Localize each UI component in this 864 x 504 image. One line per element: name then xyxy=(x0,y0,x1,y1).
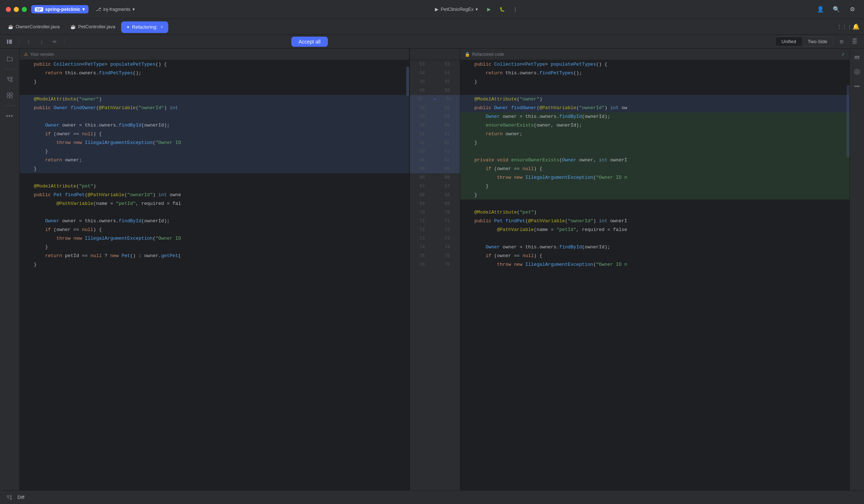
diff-settings-button[interactable]: ⚙ xyxy=(836,37,847,47)
svg-rect-5 xyxy=(7,93,9,95)
navigate-down-button[interactable]: ↓ xyxy=(37,37,47,47)
right-code-area[interactable]: public Collection<PetType> populatePetTy… xyxy=(460,60,850,490)
line-content-53: public Collection<PetType> populatePetTy… xyxy=(20,60,406,69)
ai-assistant-icon[interactable] xyxy=(851,66,863,78)
branch-icon: ⎇ xyxy=(96,7,101,12)
tab-owner-controller[interactable]: ☕ OwnerController.java xyxy=(3,20,65,33)
gutter-left-75: 75 xyxy=(410,253,435,259)
close-icon[interactable]: ✕ xyxy=(160,25,163,29)
gutter-left-70: 70 xyxy=(410,210,435,215)
left-code-area[interactable]: public Collection<PetType> populatePetTy… xyxy=(20,60,409,490)
gutter-right-58: 58 xyxy=(435,106,460,111)
center-gutter-header xyxy=(410,49,460,60)
gutter-line-73: 73 73 xyxy=(410,234,460,243)
tab-refactoring[interactable]: ✦ Refactoring: ✕ xyxy=(121,21,168,33)
right-code-line-57: @ModelAttribute("owner") xyxy=(460,95,850,104)
gear-icon: ⚙ xyxy=(839,39,844,45)
project-selector[interactable]: SP spring-petclinic ▾ xyxy=(31,5,89,13)
sidebar-grid-icon[interactable] xyxy=(3,88,17,103)
notifications-button[interactable]: 🔔 xyxy=(851,22,861,32)
right-line-content-56 xyxy=(460,86,847,95)
bottombar: Diff xyxy=(0,490,864,504)
tab-label: Refactoring: xyxy=(132,24,157,30)
svg-point-3 xyxy=(10,80,12,82)
diff-toolbar: ↑ ↓ ✏ Accept all Unified Two-Side ⚙ 🗄 xyxy=(0,35,864,49)
maximize-button[interactable] xyxy=(22,7,27,12)
right-code-line-65: if (owner == null) { xyxy=(460,165,850,173)
gutter-left-68: 68 xyxy=(410,193,435,198)
tab-pet-controller[interactable]: ☕ PetController.java xyxy=(65,20,120,33)
gutter-left-56: 56 xyxy=(410,88,435,93)
sidebar-folder-icon[interactable] xyxy=(3,51,17,66)
gutter-line-69: 69 69 xyxy=(410,199,460,208)
gutter-line-71: 71 71 xyxy=(410,217,460,226)
more-actions-button[interactable]: ⋮ xyxy=(509,4,521,15)
settings-button[interactable]: ⚙ xyxy=(847,4,858,15)
gutter-right-65: 65 xyxy=(435,166,460,172)
navigate-up-button[interactable]: ↑ xyxy=(24,37,34,47)
line-content-64: return owner; xyxy=(20,156,406,165)
close-button[interactable] xyxy=(6,7,11,12)
arrow-icon-57: « xyxy=(431,97,439,102)
code-line-64: return owner; xyxy=(20,156,409,165)
code-line-68: public Pet findPet(@PathVariable("ownerI… xyxy=(20,191,409,199)
gutter-right-75: 75 xyxy=(435,253,460,259)
search-button[interactable]: 🔍 xyxy=(831,4,842,15)
code-line-63: } xyxy=(20,147,409,156)
gutter-line-64: 64 64 xyxy=(410,156,460,165)
profile-button[interactable]: 👤 xyxy=(815,4,826,15)
run-button[interactable]: ▶ xyxy=(483,4,495,15)
lock-icon: 🔒 xyxy=(465,52,470,57)
svg-rect-0 xyxy=(7,40,8,44)
unified-view-button[interactable]: Unified xyxy=(775,37,802,46)
left-diff-panel: ⚠ Your version public Collection<PetType… xyxy=(20,49,410,490)
gutter-right-74: 74 xyxy=(435,245,460,250)
edit-icon: ✏ xyxy=(53,39,57,45)
ai-icon: ✦ xyxy=(126,25,130,30)
code-line-61: if (owner == null) { xyxy=(20,130,409,139)
right-line-content-55: } xyxy=(460,78,847,86)
edit-button[interactable]: ✏ xyxy=(50,37,60,47)
right-line-content-59: Owner owner = this.owners.findById(owner… xyxy=(460,112,847,121)
right-code-line-53: public Collection<PetType> populatePetTy… xyxy=(460,60,850,69)
run-controls: ▶ PetClinicRegEx ▾ ▶ 🐛 ⋮ xyxy=(431,4,521,15)
left-diff-header: ⚠ Your version xyxy=(20,49,409,60)
branch-selector[interactable]: ⎇ inj-fragments ▾ xyxy=(93,5,137,13)
gutter-right-53: 53 xyxy=(435,62,460,67)
project-name: spring-petclinic xyxy=(45,7,81,12)
right-line-content-76: throw new IllegalArgumentException("Owne… xyxy=(460,260,847,269)
svg-point-2 xyxy=(7,77,9,79)
center-gutter: 53 53 54 54 55 55 56 56 57 « 57 58 xyxy=(410,49,460,490)
svg-point-11 xyxy=(10,495,12,497)
line-content-68: public Pet findPet(@PathVariable("ownerI… xyxy=(20,191,406,199)
debug-button[interactable]: 🐛 xyxy=(496,4,508,15)
branch-name: inj-fragments xyxy=(103,7,130,12)
code-line-65: } xyxy=(20,165,409,173)
more-right-icon[interactable]: ••• xyxy=(851,80,863,92)
right-scrollbar[interactable] xyxy=(847,85,849,157)
sidebar-more-icon[interactable]: ••• xyxy=(3,109,17,123)
maven-icon[interactable]: m xyxy=(851,51,863,63)
gutter-right-64: 64 xyxy=(435,158,460,163)
twoside-view-button[interactable]: Two-Side xyxy=(802,37,833,46)
line-content-70 xyxy=(20,208,406,217)
code-line-70 xyxy=(20,208,409,217)
database-button[interactable]: 🗄 xyxy=(849,37,860,47)
code-line-59 xyxy=(20,112,409,121)
accept-all-button[interactable]: Accept all xyxy=(291,37,328,47)
sidebar-toggle-button[interactable] xyxy=(4,37,15,47)
gutter-line-62: 62 62 xyxy=(410,139,460,147)
minimize-button[interactable] xyxy=(14,7,19,12)
gutter-left-64: 64 xyxy=(410,158,435,163)
run-configuration[interactable]: ▶ PetClinicRegEx ▾ xyxy=(431,5,482,13)
git-icon[interactable] xyxy=(4,492,15,503)
gutter-line-61: 61 61 xyxy=(410,130,460,139)
line-content-69: @PathVariable(name = "petId", required =… xyxy=(20,199,406,208)
right-code-line-58: public Owner findOwner(@PathVariable("ow… xyxy=(460,104,850,112)
sidebar-vcs-icon[interactable] xyxy=(3,72,17,87)
gutter-line-56: 56 56 xyxy=(410,86,460,95)
right-code-line-76: throw new IllegalArgumentException("Owne… xyxy=(460,260,850,269)
gutter-right-55: 55 xyxy=(435,79,460,84)
tab-more-button[interactable]: ⋮⋮⋮ xyxy=(839,22,849,32)
right-code-line-69 xyxy=(460,199,850,208)
